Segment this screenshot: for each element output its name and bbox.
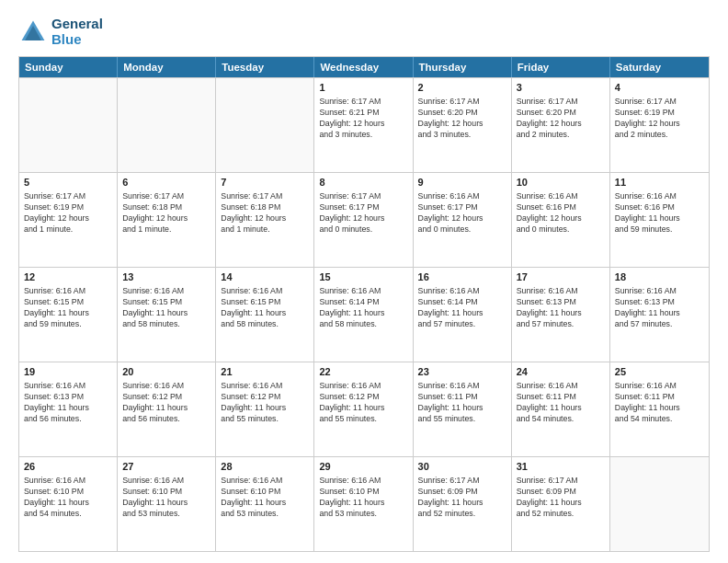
day-number: 19 — [24, 365, 112, 379]
day-info: Sunrise: 6:17 AM Sunset: 6:20 PM Dayligh… — [517, 96, 605, 141]
day-number: 9 — [418, 176, 506, 190]
day-cell-20: 20Sunrise: 6:16 AM Sunset: 6:12 PM Dayli… — [118, 362, 216, 456]
week-row-1: 5Sunrise: 6:17 AM Sunset: 6:19 PM Daylig… — [19, 172, 709, 267]
day-of-week-sunday: Sunday — [19, 57, 118, 77]
day-of-week-saturday: Saturday — [610, 57, 709, 77]
day-number: 23 — [418, 365, 506, 379]
day-number: 31 — [517, 460, 605, 474]
day-cell-24: 24Sunrise: 6:16 AM Sunset: 6:11 PM Dayli… — [512, 362, 610, 456]
day-cell-14: 14Sunrise: 6:16 AM Sunset: 6:15 PM Dayli… — [216, 268, 314, 362]
day-info: Sunrise: 6:17 AM Sunset: 6:19 PM Dayligh… — [615, 96, 704, 141]
day-info: Sunrise: 6:17 AM Sunset: 6:19 PM Dayligh… — [24, 190, 112, 236]
day-cell-27: 27Sunrise: 6:16 AM Sunset: 6:10 PM Dayli… — [118, 457, 216, 551]
day-info: Sunrise: 6:16 AM Sunset: 6:10 PM Dayligh… — [24, 475, 112, 520]
empty-cell — [216, 78, 314, 172]
day-cell-25: 25Sunrise: 6:16 AM Sunset: 6:11 PM Dayli… — [610, 362, 709, 456]
day-info: Sunrise: 6:17 AM Sunset: 6:18 PM Dayligh… — [122, 190, 210, 236]
day-info: Sunrise: 6:17 AM Sunset: 6:09 PM Dayligh… — [418, 475, 506, 520]
day-info: Sunrise: 6:16 AM Sunset: 6:14 PM Dayligh… — [319, 285, 407, 330]
day-info: Sunrise: 6:16 AM Sunset: 6:12 PM Dayligh… — [122, 380, 210, 425]
day-number: 4 — [615, 81, 704, 95]
day-info: Sunrise: 6:17 AM Sunset: 6:18 PM Dayligh… — [221, 190, 309, 236]
day-cell-26: 26Sunrise: 6:16 AM Sunset: 6:10 PM Dayli… — [19, 457, 118, 551]
day-number: 25 — [615, 365, 704, 379]
day-number: 24 — [517, 365, 605, 379]
day-number: 17 — [517, 270, 605, 284]
day-info: Sunrise: 6:16 AM Sunset: 6:15 PM Dayligh… — [24, 285, 112, 330]
calendar-header: SundayMondayTuesdayWednesdayThursdayFrid… — [19, 57, 709, 77]
day-cell-28: 28Sunrise: 6:16 AM Sunset: 6:10 PM Dayli… — [216, 457, 314, 551]
day-number: 22 — [319, 365, 407, 379]
day-cell-8: 8Sunrise: 6:17 AM Sunset: 6:17 PM Daylig… — [314, 173, 413, 267]
day-cell-30: 30Sunrise: 6:17 AM Sunset: 6:09 PM Dayli… — [414, 457, 512, 551]
day-number: 26 — [24, 460, 112, 474]
day-number: 29 — [319, 460, 407, 474]
logo: General Blue — [18, 17, 103, 47]
day-number: 27 — [122, 460, 210, 474]
day-number: 21 — [221, 365, 309, 379]
day-info: Sunrise: 6:17 AM Sunset: 6:09 PM Dayligh… — [517, 475, 605, 520]
day-info: Sunrise: 6:16 AM Sunset: 6:13 PM Dayligh… — [517, 285, 605, 330]
day-cell-2: 2Sunrise: 6:17 AM Sunset: 6:20 PM Daylig… — [414, 78, 512, 172]
day-cell-4: 4Sunrise: 6:17 AM Sunset: 6:19 PM Daylig… — [610, 78, 709, 172]
day-info: Sunrise: 6:16 AM Sunset: 6:15 PM Dayligh… — [221, 285, 309, 330]
day-number: 14 — [221, 270, 309, 284]
day-number: 6 — [122, 176, 210, 190]
day-info: Sunrise: 6:16 AM Sunset: 6:12 PM Dayligh… — [319, 380, 407, 425]
day-of-week-monday: Monday — [118, 57, 216, 77]
day-number: 3 — [517, 81, 605, 95]
day-info: Sunrise: 6:16 AM Sunset: 6:17 PM Dayligh… — [418, 190, 506, 236]
day-cell-5: 5Sunrise: 6:17 AM Sunset: 6:19 PM Daylig… — [19, 173, 118, 267]
day-info: Sunrise: 6:16 AM Sunset: 6:12 PM Dayligh… — [221, 380, 309, 425]
day-cell-3: 3Sunrise: 6:17 AM Sunset: 6:20 PM Daylig… — [512, 78, 610, 172]
day-of-week-friday: Friday — [512, 57, 610, 77]
day-number: 10 — [517, 176, 605, 190]
day-cell-18: 18Sunrise: 6:16 AM Sunset: 6:13 PM Dayli… — [610, 268, 709, 362]
day-number: 30 — [418, 460, 506, 474]
day-info: Sunrise: 6:16 AM Sunset: 6:10 PM Dayligh… — [221, 475, 309, 520]
day-cell-22: 22Sunrise: 6:16 AM Sunset: 6:12 PM Dayli… — [314, 362, 413, 456]
day-info: Sunrise: 6:17 AM Sunset: 6:21 PM Dayligh… — [319, 96, 407, 141]
page: General Blue SundayMondayTuesdayWednesda… — [0, 0, 728, 563]
day-of-week-tuesday: Tuesday — [216, 57, 314, 77]
day-cell-19: 19Sunrise: 6:16 AM Sunset: 6:13 PM Dayli… — [19, 362, 118, 456]
empty-cell — [19, 78, 118, 172]
calendar: SundayMondayTuesdayWednesdayThursdayFrid… — [18, 56, 710, 552]
day-number: 16 — [418, 270, 506, 284]
day-cell-17: 17Sunrise: 6:16 AM Sunset: 6:13 PM Dayli… — [512, 268, 610, 362]
day-info: Sunrise: 6:16 AM Sunset: 6:10 PM Dayligh… — [319, 475, 407, 520]
day-cell-7: 7Sunrise: 6:17 AM Sunset: 6:18 PM Daylig… — [216, 173, 314, 267]
day-number: 11 — [615, 176, 704, 190]
empty-cell — [610, 457, 709, 551]
day-info: Sunrise: 6:16 AM Sunset: 6:16 PM Dayligh… — [615, 190, 704, 236]
day-info: Sunrise: 6:16 AM Sunset: 6:13 PM Dayligh… — [24, 380, 112, 425]
day-cell-13: 13Sunrise: 6:16 AM Sunset: 6:15 PM Dayli… — [118, 268, 216, 362]
day-of-week-thursday: Thursday — [414, 57, 512, 77]
day-cell-15: 15Sunrise: 6:16 AM Sunset: 6:14 PM Dayli… — [314, 268, 413, 362]
day-number: 12 — [24, 270, 112, 284]
calendar-body: 1Sunrise: 6:17 AM Sunset: 6:21 PM Daylig… — [19, 77, 709, 551]
day-cell-21: 21Sunrise: 6:16 AM Sunset: 6:12 PM Dayli… — [216, 362, 314, 456]
logo-text: General Blue — [51, 17, 103, 47]
week-row-0: 1Sunrise: 6:17 AM Sunset: 6:21 PM Daylig… — [19, 77, 709, 172]
day-number: 1 — [319, 81, 407, 95]
day-info: Sunrise: 6:16 AM Sunset: 6:11 PM Dayligh… — [418, 380, 506, 425]
header: General Blue — [18, 17, 710, 47]
day-info: Sunrise: 6:16 AM Sunset: 6:13 PM Dayligh… — [615, 285, 704, 330]
week-row-4: 26Sunrise: 6:16 AM Sunset: 6:10 PM Dayli… — [19, 456, 709, 551]
day-info: Sunrise: 6:16 AM Sunset: 6:14 PM Dayligh… — [418, 285, 506, 330]
day-cell-6: 6Sunrise: 6:17 AM Sunset: 6:18 PM Daylig… — [118, 173, 216, 267]
week-row-3: 19Sunrise: 6:16 AM Sunset: 6:13 PM Dayli… — [19, 362, 709, 456]
day-of-week-wednesday: Wednesday — [314, 57, 413, 77]
day-cell-29: 29Sunrise: 6:16 AM Sunset: 6:10 PM Dayli… — [314, 457, 413, 551]
day-number: 18 — [615, 270, 704, 284]
day-cell-9: 9Sunrise: 6:16 AM Sunset: 6:17 PM Daylig… — [414, 173, 512, 267]
day-cell-1: 1Sunrise: 6:17 AM Sunset: 6:21 PM Daylig… — [314, 78, 413, 172]
day-cell-11: 11Sunrise: 6:16 AM Sunset: 6:16 PM Dayli… — [610, 173, 709, 267]
day-number: 2 — [418, 81, 506, 95]
day-number: 20 — [122, 365, 210, 379]
day-number: 7 — [221, 176, 309, 190]
week-row-2: 12Sunrise: 6:16 AM Sunset: 6:15 PM Dayli… — [19, 267, 709, 362]
day-info: Sunrise: 6:17 AM Sunset: 6:20 PM Dayligh… — [418, 96, 506, 141]
day-number: 8 — [319, 176, 407, 190]
